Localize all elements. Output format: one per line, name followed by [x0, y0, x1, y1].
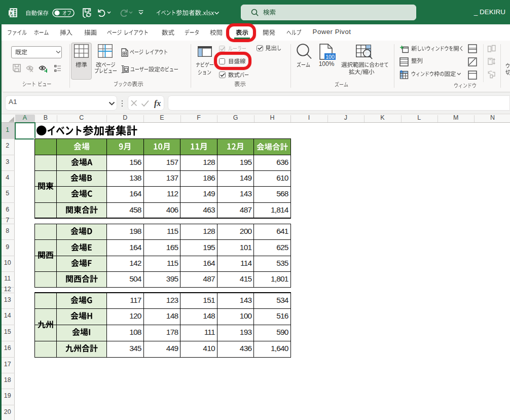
svg-text:100: 100 — [325, 54, 335, 60]
svg-text:X: X — [10, 10, 13, 15]
